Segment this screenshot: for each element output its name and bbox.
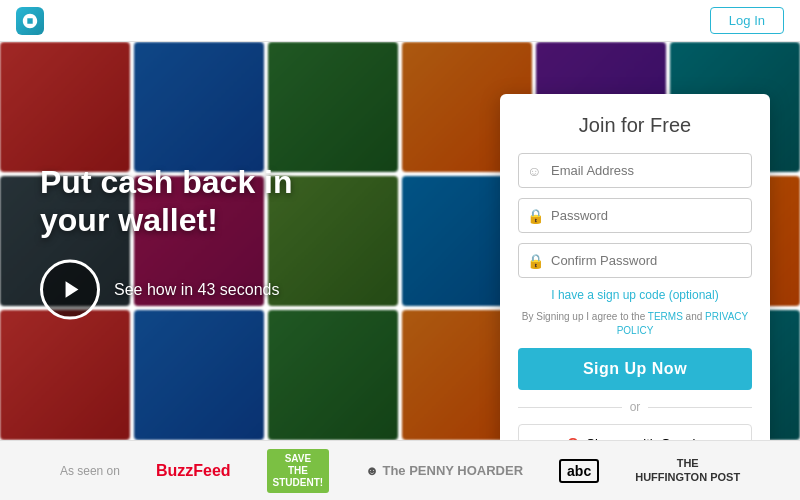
signup-title: Join for Free [518, 114, 752, 137]
or-label: or [630, 400, 641, 414]
password-field[interactable] [518, 198, 752, 233]
terms-text: By Signing up I agree to the TERMS and P… [518, 310, 752, 338]
or-divider: or [518, 400, 752, 414]
signup-code-link[interactable]: I have a sign up code (optional) [518, 288, 752, 302]
divider-left [518, 407, 622, 408]
svg-marker-0 [66, 281, 79, 298]
bg-card [268, 42, 398, 172]
header: Log In [0, 0, 800, 42]
signup-panel: Join for Free ☺ 🔒 🔒 I have a sign up cod… [500, 94, 770, 440]
see-how-text: See how in 43 seconds [114, 280, 279, 298]
bg-card [0, 42, 130, 172]
save-student-logo: SAVE THE STUDENT! [267, 449, 330, 493]
footer: As seen on BuzzFeed SAVE THE STUDENT! ☻ … [0, 440, 800, 500]
email-group: ☺ [518, 153, 752, 188]
logo-area [16, 7, 44, 35]
as-seen-on-label: As seen on [60, 464, 120, 478]
email-field[interactable] [518, 153, 752, 188]
hero-text: Put cash back in your wallet! See how in… [40, 163, 293, 320]
buzzfeed-logo: BuzzFeed [156, 462, 231, 480]
google-signup-button[interactable]: G Sign up with Google [518, 424, 752, 440]
play-area: See how in 43 seconds [40, 259, 293, 319]
terms-link[interactable]: TERMS [648, 311, 683, 322]
hero-section: Put cash back in your wallet! See how in… [0, 42, 800, 440]
play-button[interactable] [40, 259, 100, 319]
bg-card [268, 310, 398, 440]
signup-now-button[interactable]: Sign Up Now [518, 348, 752, 390]
bg-card [134, 42, 264, 172]
penny-hoarder-logo: ☻ The PENNY HOARDER [365, 463, 523, 478]
login-button[interactable]: Log In [710, 7, 784, 34]
bg-card [0, 310, 130, 440]
huffington-post-logo: THE HUFFINGTON POST [635, 457, 740, 483]
logo-icon [16, 7, 44, 35]
confirm-password-group: 🔒 [518, 243, 752, 278]
bg-card [134, 310, 264, 440]
hero-headline: Put cash back in your wallet! [40, 163, 293, 240]
confirm-password-field[interactable] [518, 243, 752, 278]
password-group: 🔒 [518, 198, 752, 233]
divider-right [648, 407, 752, 408]
abc-logo: abc [559, 459, 599, 483]
